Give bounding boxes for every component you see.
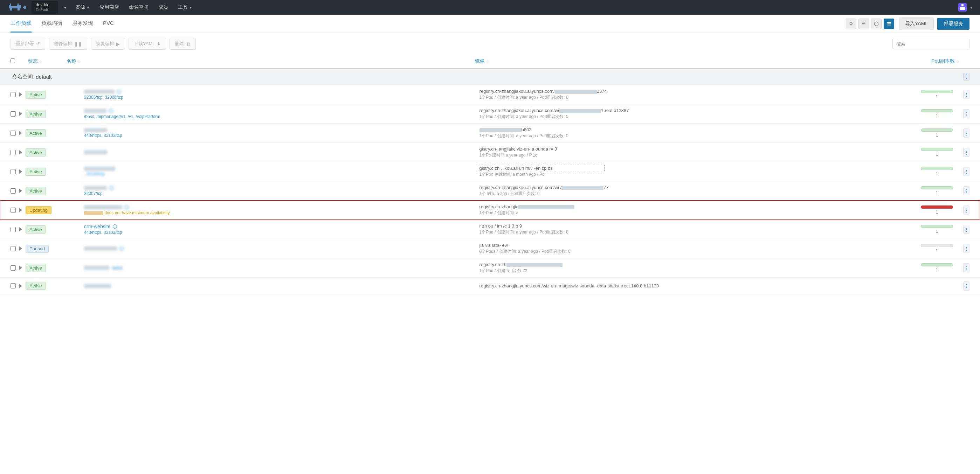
nav-resources[interactable]: 资源▼ xyxy=(70,0,95,15)
bulk-pause-button[interactable]: 暂停编排 ❚❚ xyxy=(49,38,87,50)
view-settings-icon[interactable]: ⚙ xyxy=(846,19,856,29)
expand-caret-icon[interactable] xyxy=(19,131,22,135)
cluster-scope: Default xyxy=(36,8,53,12)
nav-members[interactable]: 成员 xyxy=(153,0,173,15)
row-menu-button[interactable]: ⋮ xyxy=(963,263,969,273)
workload-name-link[interactable]: crm-website xyxy=(84,224,479,229)
replica-cell: 1 xyxy=(914,225,960,234)
row-checkbox[interactable] xyxy=(11,246,16,251)
image-name: gistry.cn- angjiakc viz-en- a ounda rv 3 xyxy=(479,146,914,152)
status-badge: Active xyxy=(25,282,46,290)
tab-workloads[interactable]: 工作负载 xyxy=(11,15,32,33)
nav-catalog[interactable]: 应用商店 xyxy=(95,0,124,15)
image-cell: gistry.c zh , .kou.ali un m/v -en cp bs1… xyxy=(479,166,914,178)
hexagon-icon xyxy=(874,21,879,26)
endpoint-icon xyxy=(109,185,114,190)
row-menu-button[interactable]: ⋮ xyxy=(963,244,969,253)
bulk-delete-button[interactable]: 删除 🗑 xyxy=(170,38,196,50)
view-list-icon[interactable]: ☰ xyxy=(859,19,869,29)
replica-bar xyxy=(921,244,953,247)
workload-name-link[interactable] xyxy=(84,284,479,288)
workload-ports[interactable]: 32007/tcp xyxy=(84,191,479,196)
row-menu-button[interactable]: ⋮ xyxy=(963,225,969,234)
cluster-caret-icon[interactable]: ▼ xyxy=(60,6,70,10)
col-status[interactable]: 状态◇ xyxy=(28,58,67,64)
namespace-menu-button[interactable]: ⋮ xyxy=(963,73,969,81)
workload-name-link[interactable] xyxy=(84,166,479,171)
row-checkbox[interactable] xyxy=(11,92,16,97)
workload-ports[interactable]: 32005/tcp, 32008/tcp xyxy=(84,95,479,100)
col-replicas[interactable]: Pod副本数◇ xyxy=(924,58,969,64)
workload-name-link[interactable] xyxy=(84,185,479,190)
row-menu-button[interactable]: ⋮ xyxy=(963,281,969,290)
col-image[interactable]: 镜像◇ xyxy=(475,58,924,64)
view-namespace-icon[interactable] xyxy=(871,19,881,29)
row-menu-button[interactable]: ⋮ xyxy=(963,90,969,99)
pod-info: 1个Pod 创建时间 a month ago / Po xyxy=(479,171,914,178)
expand-caret-icon[interactable] xyxy=(19,246,22,250)
row-checkbox[interactable] xyxy=(11,169,16,174)
replica-count: 1 xyxy=(936,190,938,195)
replica-bar xyxy=(921,90,953,93)
workload-name-link[interactable] xyxy=(84,246,479,251)
row-checkbox[interactable] xyxy=(11,227,16,232)
row-checkbox[interactable] xyxy=(11,188,16,193)
workload-ports[interactable]: 443/https, 32103/tcp xyxy=(84,133,479,138)
expand-caret-icon[interactable] xyxy=(19,170,22,174)
bulk-download-yaml-button[interactable]: 下载YAML ⬇ xyxy=(129,38,166,50)
expand-caret-icon[interactable] xyxy=(19,150,22,154)
expand-caret-icon[interactable] xyxy=(19,284,22,288)
workload-name-link[interactable] xyxy=(84,89,479,94)
nav-namespaces[interactable]: 命名空间 xyxy=(124,0,153,15)
expand-caret-icon[interactable] xyxy=(19,92,22,97)
bulk-redeploy-button[interactable]: 重新部署 ↺ xyxy=(11,38,45,50)
row-menu-button[interactable]: ⋮ xyxy=(963,148,969,157)
sort-icon: ◇ xyxy=(486,60,489,63)
row-menu-button[interactable]: ⋮ xyxy=(963,206,969,215)
import-yaml-button[interactable]: 导入YAML xyxy=(899,17,934,30)
bulk-resume-button[interactable]: 恢复编排 ▶ xyxy=(91,38,125,50)
replica-bar xyxy=(921,225,953,228)
expand-caret-icon[interactable] xyxy=(19,189,22,193)
user-menu[interactable]: ▼ xyxy=(958,3,973,11)
workload-ports[interactable]: 443/https, 32102/tcp xyxy=(84,230,479,235)
deploy-service-button[interactable]: 部署服务 xyxy=(937,18,969,30)
workload-name-link[interactable] xyxy=(84,205,479,210)
tab-pvc[interactable]: PVC xyxy=(103,15,114,33)
tab-servicediscovery[interactable]: 服务发现 xyxy=(72,15,93,33)
image-cell: registry.cn-zhangjiakou.aliyuncs.com/wi … xyxy=(479,185,914,197)
tab-loadbalancing[interactable]: 负载均衡 xyxy=(41,15,62,33)
workload-ports[interactable]: , 32104/tcp xyxy=(84,171,479,176)
svg-marker-0 xyxy=(875,22,878,26)
image-cell: b6031个Pod / 创建时间: a year ago / Pod重启次数: … xyxy=(479,127,914,139)
col-name[interactable]: 名称◇ xyxy=(67,58,475,64)
view-group-icon[interactable] xyxy=(884,19,894,29)
expand-caret-icon[interactable] xyxy=(19,112,22,116)
image-cell: r zh ou / im /c 1 3.b 91个Pod / 创建时间: a y… xyxy=(479,224,914,235)
image-cell: registry.cn-zh1个Pod / 创建 间 启 数 22 xyxy=(479,262,914,274)
expand-caret-icon[interactable] xyxy=(19,227,22,231)
product-logo[interactable] xyxy=(7,2,28,13)
expand-caret-icon[interactable] xyxy=(19,208,22,212)
row-menu-button[interactable]: ⋮ xyxy=(963,167,969,176)
workload-name-cell xyxy=(67,246,479,251)
row-checkbox[interactable] xyxy=(11,131,16,136)
row-checkbox[interactable] xyxy=(11,283,16,289)
row-menu-button[interactable]: ⋮ xyxy=(963,186,969,195)
select-all-checkbox[interactable] xyxy=(11,59,15,63)
expand-caret-icon[interactable] xyxy=(19,266,22,270)
row-menu-button[interactable]: ⋮ xyxy=(963,109,969,118)
nav-tools[interactable]: 工具▼ xyxy=(173,0,197,15)
cluster-selector[interactable]: dev-hk Default xyxy=(32,1,58,14)
search-input[interactable] xyxy=(892,39,969,49)
workload-name-link[interactable] xyxy=(84,109,479,113)
row-menu-button[interactable]: ⋮ xyxy=(963,128,969,138)
workload-name-link[interactable] xyxy=(84,128,479,132)
workload-name-link[interactable]: tatist xyxy=(84,265,479,271)
workload-name-link[interactable] xyxy=(84,150,479,154)
row-checkbox[interactable] xyxy=(11,111,16,117)
row-checkbox[interactable] xyxy=(11,150,16,155)
workload-ports[interactable]: /boss, /nipmanager/v1, /v1, /voipPlatfor… xyxy=(84,114,479,119)
row-checkbox[interactable] xyxy=(11,265,16,271)
row-checkbox[interactable] xyxy=(11,208,16,213)
